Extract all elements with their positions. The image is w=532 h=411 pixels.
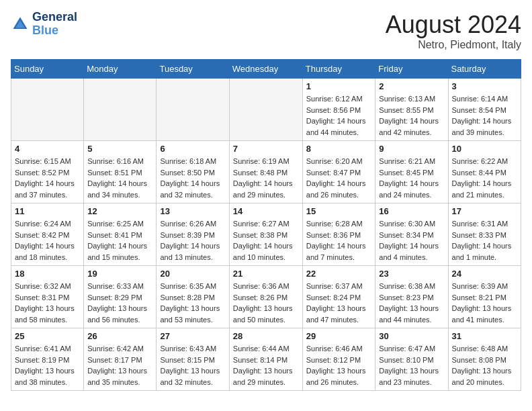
calendar-cell: 11Sunrise: 6:24 AMSunset: 8:42 PMDayligh… xyxy=(11,203,84,266)
week-row-5: 25Sunrise: 6:41 AMSunset: 8:19 PMDayligh… xyxy=(11,328,521,391)
calendar-cell: 18Sunrise: 6:32 AMSunset: 8:31 PMDayligh… xyxy=(11,266,84,328)
calendar-cell: 21Sunrise: 6:36 AMSunset: 8:26 PMDayligh… xyxy=(229,266,302,328)
day-info: Sunrise: 6:14 AMSunset: 8:54 PMDaylight:… xyxy=(452,93,517,138)
calendar-cell: 24Sunrise: 6:39 AMSunset: 8:21 PMDayligh… xyxy=(448,266,521,328)
day-info: Sunrise: 6:26 AMSunset: 8:39 PMDaylight:… xyxy=(160,218,225,263)
day-number: 26 xyxy=(87,331,152,341)
calendar-cell: 15Sunrise: 6:28 AMSunset: 8:36 PMDayligh… xyxy=(302,203,375,266)
location: Netro, Piedmont, Italy xyxy=(386,39,521,51)
calendar-cell: 14Sunrise: 6:27 AMSunset: 8:38 PMDayligh… xyxy=(229,203,302,266)
day-info: Sunrise: 6:19 AMSunset: 8:48 PMDaylight:… xyxy=(233,156,299,200)
week-row-4: 18Sunrise: 6:32 AMSunset: 8:31 PMDayligh… xyxy=(11,266,521,328)
calendar-cell: 7Sunrise: 6:19 AMSunset: 8:48 PMDaylight… xyxy=(229,141,302,203)
day-number: 2 xyxy=(379,81,444,91)
day-number: 18 xyxy=(15,269,80,279)
week-row-1: 1Sunrise: 6:12 AMSunset: 8:56 PMDaylight… xyxy=(11,79,521,141)
calendar-cell: 4Sunrise: 6:15 AMSunset: 8:52 PMDaylight… xyxy=(11,141,84,203)
day-number: 20 xyxy=(160,269,225,279)
page-header: General Blue August 2024 Netro, Piedmont… xyxy=(11,11,521,51)
day-info: Sunrise: 6:12 AMSunset: 8:56 PMDaylight:… xyxy=(306,93,372,138)
day-number: 7 xyxy=(233,144,299,154)
calendar-cell: 26Sunrise: 6:42 AMSunset: 8:17 PMDayligh… xyxy=(84,328,157,391)
calendar-cell: 2Sunrise: 6:13 AMSunset: 8:55 PMDaylight… xyxy=(375,79,448,141)
day-number: 25 xyxy=(15,331,80,341)
calendar-cell: 10Sunrise: 6:22 AMSunset: 8:44 PMDayligh… xyxy=(448,141,521,203)
day-info: Sunrise: 6:21 AMSunset: 8:45 PMDaylight:… xyxy=(379,156,444,200)
day-number: 4 xyxy=(15,144,80,154)
weekday-header-saturday: Saturday xyxy=(448,60,521,79)
day-number: 11 xyxy=(15,206,80,216)
day-number: 23 xyxy=(379,269,444,279)
day-number: 14 xyxy=(233,206,299,216)
logo-icon xyxy=(11,15,30,34)
calendar-cell: 9Sunrise: 6:21 AMSunset: 8:45 PMDaylight… xyxy=(375,141,448,203)
calendar-cell: 29Sunrise: 6:46 AMSunset: 8:12 PMDayligh… xyxy=(302,328,375,391)
day-info: Sunrise: 6:43 AMSunset: 8:15 PMDaylight:… xyxy=(160,343,225,387)
calendar-cell: 23Sunrise: 6:38 AMSunset: 8:23 PMDayligh… xyxy=(375,266,448,328)
day-info: Sunrise: 6:18 AMSunset: 8:50 PMDaylight:… xyxy=(160,156,225,200)
title-area: August 2024 Netro, Piedmont, Italy xyxy=(386,11,521,51)
calendar-cell: 22Sunrise: 6:37 AMSunset: 8:24 PMDayligh… xyxy=(302,266,375,328)
day-number: 8 xyxy=(306,144,372,154)
day-number: 10 xyxy=(452,144,517,154)
calendar-cell: 25Sunrise: 6:41 AMSunset: 8:19 PMDayligh… xyxy=(11,328,84,391)
calendar-cell: 28Sunrise: 6:44 AMSunset: 8:14 PMDayligh… xyxy=(229,328,302,391)
day-number: 30 xyxy=(379,331,444,341)
logo: General Blue xyxy=(11,11,77,38)
day-info: Sunrise: 6:46 AMSunset: 8:12 PMDaylight:… xyxy=(306,343,372,387)
day-info: Sunrise: 6:24 AMSunset: 8:42 PMDaylight:… xyxy=(15,218,80,263)
day-number: 29 xyxy=(306,331,372,341)
day-info: Sunrise: 6:48 AMSunset: 8:08 PMDaylight:… xyxy=(452,343,517,387)
day-number: 16 xyxy=(379,206,444,216)
weekday-header-tuesday: Tuesday xyxy=(157,60,229,79)
calendar-cell: 3Sunrise: 6:14 AMSunset: 8:54 PMDaylight… xyxy=(448,79,521,141)
calendar-cell: 12Sunrise: 6:25 AMSunset: 8:41 PMDayligh… xyxy=(84,203,157,266)
weekday-header-sunday: Sunday xyxy=(11,60,84,79)
calendar-cell: 20Sunrise: 6:35 AMSunset: 8:28 PMDayligh… xyxy=(157,266,229,328)
week-row-2: 4Sunrise: 6:15 AMSunset: 8:52 PMDaylight… xyxy=(11,141,521,203)
calendar-cell: 5Sunrise: 6:16 AMSunset: 8:51 PMDaylight… xyxy=(84,141,157,203)
day-number: 28 xyxy=(233,331,299,341)
day-number: 6 xyxy=(160,144,225,154)
day-number: 3 xyxy=(452,81,517,91)
day-info: Sunrise: 6:47 AMSunset: 8:10 PMDaylight:… xyxy=(379,343,444,387)
day-number: 24 xyxy=(452,269,517,279)
day-number: 17 xyxy=(452,206,517,216)
day-info: Sunrise: 6:27 AMSunset: 8:38 PMDaylight:… xyxy=(233,218,299,263)
calendar-cell: 17Sunrise: 6:31 AMSunset: 8:33 PMDayligh… xyxy=(448,203,521,266)
weekday-header-monday: Monday xyxy=(84,60,157,79)
day-info: Sunrise: 6:39 AMSunset: 8:21 PMDaylight:… xyxy=(452,281,517,325)
calendar-cell: 16Sunrise: 6:30 AMSunset: 8:34 PMDayligh… xyxy=(375,203,448,266)
logo-text: General Blue xyxy=(32,11,77,38)
day-info: Sunrise: 6:33 AMSunset: 8:29 PMDaylight:… xyxy=(87,281,152,325)
day-info: Sunrise: 6:38 AMSunset: 8:23 PMDaylight:… xyxy=(379,281,444,325)
day-number: 31 xyxy=(452,331,517,341)
day-info: Sunrise: 6:22 AMSunset: 8:44 PMDaylight:… xyxy=(452,156,517,200)
calendar-header: SundayMondayTuesdayWednesdayThursdayFrid… xyxy=(11,60,521,79)
day-info: Sunrise: 6:13 AMSunset: 8:55 PMDaylight:… xyxy=(379,93,444,138)
day-info: Sunrise: 6:37 AMSunset: 8:24 PMDaylight:… xyxy=(306,281,372,325)
day-number: 19 xyxy=(87,269,152,279)
month-title: August 2024 xyxy=(386,11,521,39)
day-info: Sunrise: 6:42 AMSunset: 8:17 PMDaylight:… xyxy=(87,343,152,387)
calendar-cell xyxy=(229,79,302,141)
calendar-cell: 19Sunrise: 6:33 AMSunset: 8:29 PMDayligh… xyxy=(84,266,157,328)
calendar-cell: 27Sunrise: 6:43 AMSunset: 8:15 PMDayligh… xyxy=(157,328,229,391)
calendar-body: 1Sunrise: 6:12 AMSunset: 8:56 PMDaylight… xyxy=(11,79,521,391)
calendar-cell xyxy=(157,79,229,141)
day-info: Sunrise: 6:25 AMSunset: 8:41 PMDaylight:… xyxy=(87,218,152,263)
day-number: 5 xyxy=(87,144,152,154)
day-info: Sunrise: 6:20 AMSunset: 8:47 PMDaylight:… xyxy=(306,156,372,200)
day-info: Sunrise: 6:36 AMSunset: 8:26 PMDaylight:… xyxy=(233,281,299,325)
day-info: Sunrise: 6:15 AMSunset: 8:52 PMDaylight:… xyxy=(15,156,80,200)
day-info: Sunrise: 6:28 AMSunset: 8:36 PMDaylight:… xyxy=(306,218,372,263)
calendar-cell: 31Sunrise: 6:48 AMSunset: 8:08 PMDayligh… xyxy=(448,328,521,391)
calendar-cell: 30Sunrise: 6:47 AMSunset: 8:10 PMDayligh… xyxy=(375,328,448,391)
calendar-cell: 8Sunrise: 6:20 AMSunset: 8:47 PMDaylight… xyxy=(302,141,375,203)
day-info: Sunrise: 6:32 AMSunset: 8:31 PMDaylight:… xyxy=(15,281,80,325)
weekday-row: SundayMondayTuesdayWednesdayThursdayFrid… xyxy=(11,60,521,79)
calendar-cell xyxy=(11,79,84,141)
weekday-header-thursday: Thursday xyxy=(302,60,375,79)
day-info: Sunrise: 6:30 AMSunset: 8:34 PMDaylight:… xyxy=(379,218,444,263)
day-number: 13 xyxy=(160,206,225,216)
